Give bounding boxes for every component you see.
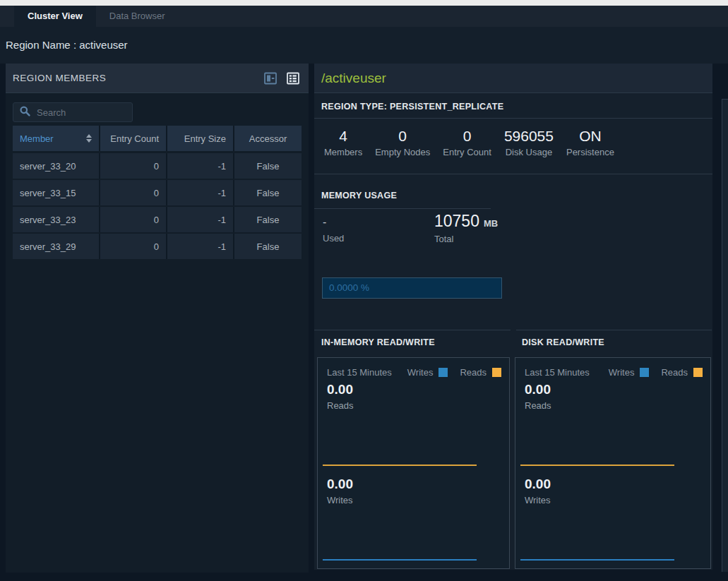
region-name-label: Region Name : activeuser	[6, 39, 128, 51]
accessor-cell: False	[234, 153, 302, 179]
entry-size-cell: -1	[167, 153, 234, 179]
region-title: /activeuser	[314, 64, 712, 93]
stat-persistence: ON Persistence	[566, 128, 614, 174]
column-header-entry-size[interactable]: Entry Size	[167, 126, 234, 151]
entry-count-cell: 0	[100, 180, 167, 205]
memory-total: 10750MB Total	[434, 212, 498, 244]
entry-size-cell: -1	[167, 180, 234, 205]
disk-readwrite-title: DISK READ/WRITE	[515, 331, 712, 347]
entry-count-cell: 0	[100, 234, 167, 259]
writes-caption: Writes	[327, 495, 353, 505]
region-members-title: REGION MEMBERS	[13, 73, 106, 83]
browser-edge-strip	[0, 0, 728, 6]
region-type-label: REGION TYPE: PERSISTENT_REPLICATE	[314, 93, 712, 119]
disk-readwrite-chart: Last 15 Minutes Writes Reads 0.00 Reads …	[515, 357, 711, 569]
page-header: Region Name : activeuser	[0, 27, 728, 64]
in-memory-readwrite-title: IN-MEMORY READ/WRITE	[314, 331, 511, 347]
reads-legend-label: Reads	[661, 367, 688, 378]
disk-readwrite-section: DISK READ/WRITE Last 15 Minutes Writes R…	[515, 331, 712, 347]
tab-data-browser[interactable]: Data Browser	[96, 6, 179, 27]
accessor-cell: False	[234, 234, 302, 259]
search-icon	[19, 105, 37, 120]
reads-sparkline	[520, 465, 674, 466]
column-header-member[interactable]: Member	[13, 126, 100, 151]
member-name-cell[interactable]: server_33_23	[13, 207, 100, 232]
reads-caption: Reads	[327, 400, 354, 411]
table-row[interactable]: server_33_20 0 -1 False	[13, 153, 302, 179]
writes-value: 0.00	[327, 477, 353, 492]
cutoff-panel-edge	[722, 99, 728, 572]
region-detail-panel: /activeuser REGION TYPE: PERSISTENT_REPL…	[314, 64, 712, 570]
stat-empty-nodes: 0 Empty Nodes	[375, 128, 430, 174]
members-table-header: Member Entry Count Entry Size Accessor	[13, 126, 302, 151]
entry-size-cell: -1	[167, 207, 234, 232]
column-header-accessor[interactable]: Accessor	[234, 126, 302, 151]
writes-swatch-icon	[640, 368, 649, 377]
stat-entry-count: 0 Entry Count	[443, 128, 491, 174]
reads-value: 0.00	[525, 382, 551, 397]
writes-sparkline	[520, 559, 674, 561]
chart-legend: Last 15 Minutes Writes Reads	[525, 367, 703, 378]
member-name-cell[interactable]: server_33_15	[13, 180, 100, 205]
entry-count-cell: 0	[100, 153, 167, 179]
reads-legend-label: Reads	[460, 367, 487, 378]
members-table: Member Entry Count Entry Size Accessor s…	[13, 126, 302, 260]
entry-size-cell: -1	[167, 234, 234, 259]
region-members-titlebar: REGION MEMBERS	[6, 64, 309, 93]
time-window-label: Last 15 Minutes	[525, 367, 590, 378]
writes-sparkline	[323, 559, 477, 561]
member-name-cell[interactable]: server_33_20	[13, 153, 100, 179]
column-header-entry-count[interactable]: Entry Count	[100, 126, 167, 151]
table-row[interactable]: server_33_15 0 -1 False	[13, 180, 302, 205]
memory-usage-section: MEMORY USAGE - Used 10750MB Total 0.0000…	[314, 175, 511, 330]
writes-swatch-icon	[438, 368, 448, 377]
accessor-cell: False	[234, 207, 302, 232]
stat-members: 4 Members	[324, 128, 362, 174]
block-view-icon[interactable]	[263, 71, 278, 85]
empty-section	[516, 175, 712, 330]
region-stats-row: 4 Members 0 Empty Nodes 0 Entry Count 59…	[314, 119, 712, 174]
in-memory-readwrite-chart: Last 15 Minutes Writes Reads 0.00 Reads …	[317, 357, 510, 569]
in-memory-readwrite-section: IN-MEMORY READ/WRITE Last 15 Minutes Wri…	[314, 331, 511, 347]
region-members-panel: REGION MEMBERS	[6, 64, 309, 573]
chart-legend: Last 15 Minutes Writes Reads	[327, 367, 501, 378]
reads-sparkline	[323, 465, 477, 466]
tab-bar: Cluster View Data Browser	[0, 6, 728, 27]
reads-swatch-icon	[492, 368, 501, 377]
member-name-cell[interactable]: server_33_29	[13, 234, 100, 259]
entry-count-cell: 0	[100, 207, 167, 232]
search-input[interactable]	[37, 107, 126, 118]
sort-icon[interactable]	[86, 134, 92, 143]
reads-swatch-icon	[693, 368, 703, 377]
divider	[314, 208, 491, 209]
memory-used: - Used	[323, 216, 344, 244]
memory-usage-progressbar: 0.0000 %	[322, 277, 502, 299]
writes-legend-label: Writes	[609, 367, 635, 378]
reads-value: 0.00	[327, 382, 353, 397]
time-window-label: Last 15 Minutes	[327, 367, 392, 378]
tab-cluster-view[interactable]: Cluster View	[14, 6, 96, 27]
reads-caption: Reads	[525, 400, 551, 411]
accessor-cell: False	[234, 180, 302, 205]
table-row[interactable]: server_33_23 0 -1 False	[13, 207, 302, 232]
grid-view-icon[interactable]	[286, 71, 300, 85]
writes-caption: Writes	[525, 495, 551, 505]
member-search-box	[13, 102, 133, 122]
table-row[interactable]: server_33_29 0 -1 False	[13, 234, 302, 259]
writes-value: 0.00	[525, 477, 551, 492]
memory-usage-title: MEMORY USAGE	[321, 191, 397, 200]
stat-disk-usage: 596055 Disk Usage	[504, 128, 554, 174]
writes-legend-label: Writes	[407, 367, 434, 378]
